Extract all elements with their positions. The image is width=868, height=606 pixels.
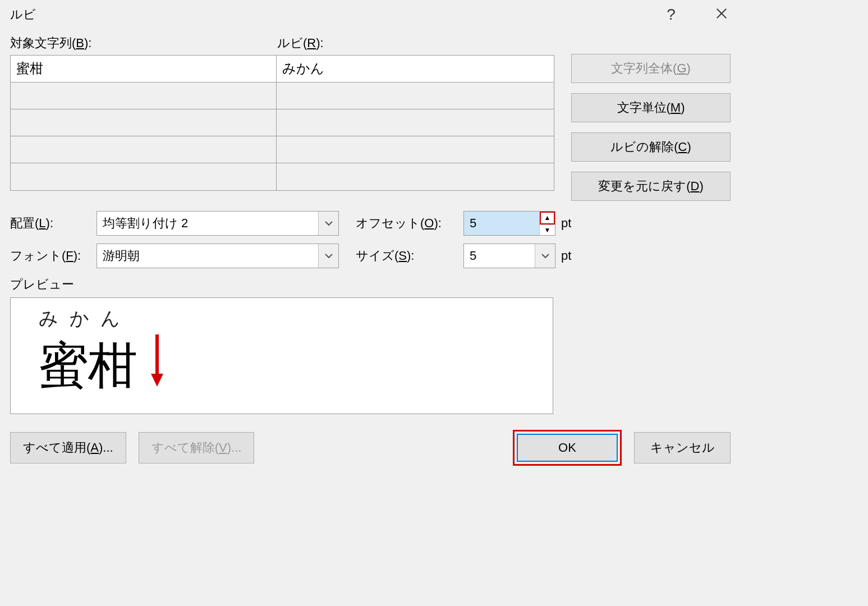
offset-spinner[interactable]: 5 ▲ ▼ [463, 211, 555, 236]
close-icon[interactable] [710, 7, 733, 22]
size-value: 5 [464, 249, 535, 263]
apply-all-button[interactable]: すべて適用(A)... [10, 432, 126, 463]
cancel-button[interactable]: キャンセル [634, 432, 731, 463]
align-combo[interactable]: 均等割り付け 2 [97, 211, 339, 236]
base-cell[interactable] [11, 136, 277, 163]
chevron-down-icon[interactable] [535, 244, 555, 268]
font-value: 游明朝 [97, 247, 318, 264]
font-combo[interactable]: 游明朝 [97, 244, 339, 268]
preview-base-text: 蜜柑 [39, 332, 525, 400]
ruby-header: ルビ(R): [277, 35, 324, 52]
form-row-align-offset: 配置(L): 均等割り付け 2 オフセット(O): 5 ▲ ▼ pt [10, 211, 731, 236]
top-area: 対象文字列(B): ルビ(R): 蜜柑 みかん [10, 35, 731, 201]
bottom-row: すべて適用(A)... すべて解除(V)... OK キャンセル [10, 430, 731, 466]
size-label: サイズ(S): [356, 247, 463, 264]
spinner-buttons: ▲ ▼ [539, 212, 555, 235]
offset-value[interactable]: 5 [464, 212, 539, 235]
base-header: 対象文字列(B): [10, 35, 277, 52]
chevron-down-icon[interactable] [318, 244, 338, 268]
reset-changes-button[interactable]: 変更を元に戻す(D) [571, 172, 731, 201]
ok-button[interactable]: OK [517, 434, 618, 462]
preview-label: プレビュー [10, 276, 731, 293]
base-cell[interactable] [11, 109, 277, 136]
ruby-table: 蜜柑 みかん [10, 55, 554, 191]
size-combo[interactable]: 5 [463, 244, 555, 268]
table-row [11, 163, 554, 190]
ruby-cell[interactable]: みかん [277, 56, 554, 82]
spinner-up-icon[interactable]: ▲ [540, 212, 555, 224]
ruby-table-area: 対象文字列(B): ルビ(R): 蜜柑 みかん [10, 35, 554, 201]
dialog-title: ルビ [10, 6, 36, 23]
ruby-cell[interactable] [277, 82, 554, 109]
help-icon[interactable]: ? [660, 7, 682, 22]
remove-ruby-button[interactable]: ルビの解除(C) [571, 132, 731, 162]
font-label: フォント(F): [10, 247, 97, 264]
preview-base-value: 蜜柑 [39, 337, 137, 394]
titlebar-controls: ? [660, 7, 733, 22]
side-buttons: 文字列全体(G) 文字単位(M) ルビの解除(C) 変更を元に戻す(D) [571, 35, 731, 201]
align-value: 均等割り付け 2 [97, 215, 318, 232]
offset-label: オフセット(O): [356, 215, 463, 232]
remove-all-button[interactable]: すべて解除(V)... [139, 432, 255, 463]
chevron-down-icon[interactable] [318, 212, 338, 235]
svg-marker-3 [151, 374, 163, 387]
ruby-cell[interactable] [277, 109, 554, 136]
base-cell[interactable] [11, 163, 277, 190]
align-label: 配置(L): [10, 215, 97, 232]
base-cell[interactable] [11, 82, 277, 109]
table-row [11, 82, 554, 109]
preview-box: みかん 蜜柑 [10, 297, 553, 414]
ruby-cell[interactable] [277, 136, 554, 163]
offset-unit: pt [561, 216, 571, 231]
titlebar: ルビ ? [0, 0, 741, 29]
table-row: 蜜柑 みかん [11, 56, 554, 82]
form-row-font-size: フォント(F): 游明朝 サイズ(S): 5 pt [10, 244, 731, 268]
table-headers: 対象文字列(B): ルビ(R): [10, 35, 554, 52]
ruby-dialog: ルビ ? 対象文字列(B): ルビ(R): 蜜柑 みかん [0, 0, 741, 476]
spinner-down-icon[interactable]: ▼ [540, 224, 555, 236]
ruby-cell[interactable] [277, 163, 554, 190]
down-arrow-icon [149, 332, 166, 400]
table-row [11, 136, 554, 163]
char-unit-button[interactable]: 文字単位(M) [571, 93, 731, 122]
preview-ruby-text: みかん [39, 306, 525, 332]
whole-string-button[interactable]: 文字列全体(G) [571, 54, 731, 83]
form-rows: 配置(L): 均等割り付け 2 オフセット(O): 5 ▲ ▼ pt フォント(… [10, 211, 731, 268]
table-row [11, 109, 554, 136]
size-unit: pt [561, 249, 571, 263]
ok-highlight: OK [513, 430, 622, 466]
base-cell[interactable]: 蜜柑 [11, 56, 277, 82]
dialog-content: 対象文字列(B): ルビ(R): 蜜柑 みかん [0, 29, 741, 476]
